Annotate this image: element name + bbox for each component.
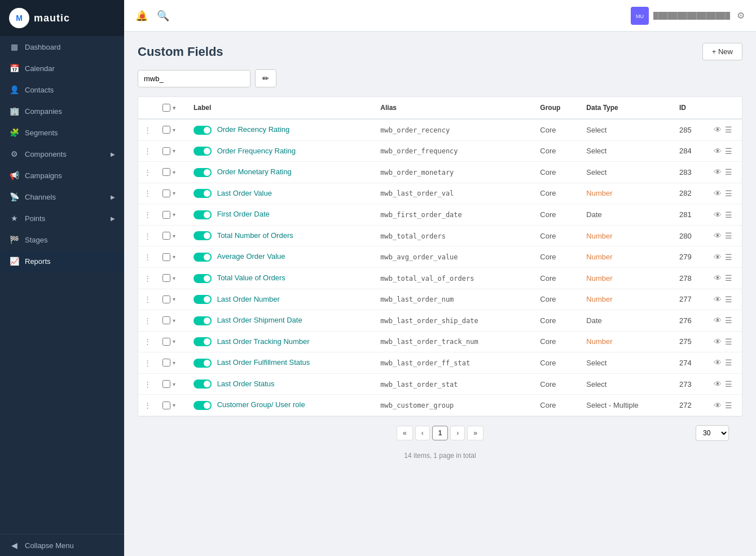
row-dropdown-icon[interactable]: ▾ <box>173 148 175 154</box>
toggle-switch[interactable] <box>194 337 212 346</box>
eye-icon[interactable]: 👁 <box>714 380 722 389</box>
eye-icon[interactable]: 👁 <box>714 358 722 367</box>
sidebar-item-reports[interactable]: 📈 Reports <box>0 250 124 272</box>
row-checkbox[interactable] <box>162 401 170 409</box>
list-icon[interactable]: ☰ <box>725 189 732 198</box>
drag-handle[interactable]: ⋮ <box>138 183 157 204</box>
drag-handle[interactable]: ⋮ <box>138 395 157 416</box>
row-dropdown-icon[interactable]: ▾ <box>173 381 175 387</box>
field-label-text[interactable]: First Order Date <box>217 210 270 218</box>
toggle-switch[interactable] <box>194 189 212 198</box>
field-label-text[interactable]: Order Recency Rating <box>217 125 290 134</box>
eye-icon[interactable]: 👁 <box>714 401 722 410</box>
eye-icon[interactable]: 👁 <box>714 316 722 325</box>
row-checkbox[interactable] <box>162 168 170 176</box>
field-label-text[interactable]: Total Value of Orders <box>217 273 285 282</box>
row-checkbox[interactable] <box>162 295 170 303</box>
sidebar-item-segments[interactable]: 🧩 Segments <box>0 122 124 143</box>
list-icon[interactable]: ☰ <box>725 337 732 346</box>
row-dropdown-icon[interactable]: ▾ <box>173 254 175 260</box>
list-icon[interactable]: ☰ <box>725 380 732 389</box>
toggle-switch[interactable] <box>194 295 212 304</box>
toggle-switch[interactable] <box>194 274 212 283</box>
drag-handle[interactable]: ⋮ <box>138 162 157 183</box>
eye-icon[interactable]: 👁 <box>714 189 722 198</box>
row-checkbox[interactable] <box>162 126 170 134</box>
select-all-checkbox[interactable] <box>162 104 170 112</box>
pagination-next[interactable]: › <box>450 426 465 440</box>
toggle-switch[interactable] <box>194 168 212 177</box>
new-button[interactable]: + New <box>702 43 742 60</box>
field-label-text[interactable]: Total Number of Orders <box>217 231 293 240</box>
sidebar-item-calendar[interactable]: 📅 Calendar <box>0 58 124 79</box>
list-icon[interactable]: ☰ <box>725 358 732 367</box>
toggle-switch[interactable] <box>194 401 212 410</box>
toggle-switch[interactable] <box>194 210 212 219</box>
eye-icon[interactable]: 👁 <box>714 147 722 156</box>
list-icon[interactable]: ☰ <box>725 125 732 134</box>
pagination-prev[interactable]: ‹ <box>415 426 430 440</box>
list-icon[interactable]: ☰ <box>725 253 732 262</box>
drag-handle[interactable]: ⋮ <box>138 352 157 374</box>
eye-icon[interactable]: 👁 <box>714 295 722 304</box>
row-dropdown-icon[interactable]: ▾ <box>173 275 175 281</box>
toggle-switch[interactable] <box>194 380 212 389</box>
toggle-switch[interactable] <box>194 316 212 325</box>
page-size-select[interactable]: 30 50 100 <box>696 425 729 441</box>
field-label-text[interactable]: Order Monetary Rating <box>217 167 292 176</box>
sidebar-item-components[interactable]: ⚙ Components ▶ <box>0 143 124 165</box>
sidebar-item-dashboard[interactable]: ▦ Dashboard <box>0 36 124 58</box>
settings-icon[interactable]: ⚙ <box>737 10 745 21</box>
list-icon[interactable]: ☰ <box>725 210 732 219</box>
sidebar-item-channels[interactable]: 📡 Channels ▶ <box>0 186 124 208</box>
sidebar-item-companies[interactable]: 🏢 Companies <box>0 100 124 122</box>
row-checkbox[interactable] <box>162 316 170 324</box>
field-label-text[interactable]: Last Order Status <box>217 380 275 388</box>
search-icon[interactable]: 🔍 <box>157 10 169 22</box>
filter-input[interactable] <box>138 70 250 87</box>
row-checkbox[interactable] <box>162 232 170 240</box>
sidebar-item-contacts[interactable]: 👤 Contacts <box>0 79 124 100</box>
field-label-text[interactable]: Average Order Value <box>217 252 285 261</box>
list-icon[interactable]: ☰ <box>725 316 732 325</box>
row-dropdown-icon[interactable]: ▾ <box>173 127 175 133</box>
row-dropdown-icon[interactable]: ▾ <box>173 338 175 345</box>
sidebar-item-points[interactable]: ★ Points ▶ <box>0 208 124 229</box>
drag-handle[interactable]: ⋮ <box>138 289 157 310</box>
pagination-current[interactable]: 1 <box>432 426 449 440</box>
drag-handle[interactable]: ⋮ <box>138 246 157 268</box>
toggle-switch[interactable] <box>194 231 212 240</box>
drag-handle[interactable]: ⋮ <box>138 310 157 332</box>
sidebar-item-collapse[interactable]: ◀ Collapse Menu <box>0 534 124 556</box>
row-checkbox[interactable] <box>162 147 170 155</box>
eye-icon[interactable]: 👁 <box>714 337 722 346</box>
field-label-text[interactable]: Last Order Value <box>217 189 272 197</box>
row-dropdown-icon[interactable]: ▾ <box>173 402 175 408</box>
field-label-text[interactable]: Last Order Tracking Number <box>217 337 310 346</box>
toggle-switch[interactable] <box>194 147 212 156</box>
drag-handle[interactable]: ⋮ <box>138 225 157 246</box>
list-icon[interactable]: ☰ <box>725 273 732 283</box>
list-icon[interactable]: ☰ <box>725 231 732 240</box>
row-dropdown-icon[interactable]: ▾ <box>173 169 175 175</box>
drag-handle[interactable]: ⋮ <box>138 119 157 140</box>
drag-handle[interactable]: ⋮ <box>138 267 157 289</box>
toggle-switch[interactable] <box>194 126 212 135</box>
eye-icon[interactable]: 👁 <box>714 210 722 219</box>
field-label-text[interactable]: Order Frequency Rating <box>217 147 296 155</box>
field-label-text[interactable]: Customer Group/ User role <box>217 400 305 409</box>
checkbox-dropdown-icon[interactable]: ▾ <box>173 105 175 111</box>
list-icon[interactable]: ☰ <box>725 295 732 304</box>
pagination-last[interactable]: » <box>467 426 484 440</box>
sidebar-item-campaigns[interactable]: 📢 Campaigns <box>0 165 124 186</box>
field-label-text[interactable]: Last Order Fulfillment Status <box>217 358 310 367</box>
notification-icon[interactable]: 🔔 <box>135 10 148 22</box>
row-checkbox[interactable] <box>162 211 170 219</box>
drag-handle[interactable]: ⋮ <box>138 331 157 352</box>
sidebar-item-stages[interactable]: 🏁 Stages <box>0 229 124 250</box>
field-label-text[interactable]: Last Order Shipment Date <box>217 316 302 324</box>
row-checkbox[interactable] <box>162 338 170 346</box>
row-dropdown-icon[interactable]: ▾ <box>173 190 175 196</box>
row-dropdown-icon[interactable]: ▾ <box>173 296 175 302</box>
eye-icon[interactable]: 👁 <box>714 253 722 262</box>
